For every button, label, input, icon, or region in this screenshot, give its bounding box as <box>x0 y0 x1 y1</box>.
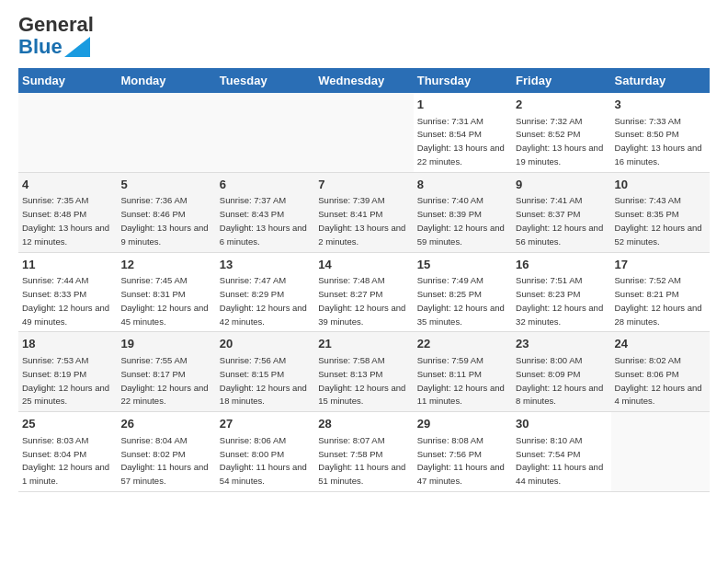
logo-text: General <box>18 15 94 35</box>
day-number: 21 <box>318 336 409 352</box>
calendar-cell: 20Sunrise: 7:56 AMSunset: 8:15 PMDayligh… <box>216 332 314 412</box>
day-number: 19 <box>120 336 211 352</box>
calendar-cell: 4Sunrise: 7:35 AMSunset: 8:48 PMDaylight… <box>18 172 117 252</box>
day-number: 20 <box>220 336 311 352</box>
day-number: 11 <box>22 257 113 273</box>
calendar-cell: 16Sunrise: 7:51 AMSunset: 8:23 PMDayligh… <box>512 252 610 332</box>
calendar-cell: 8Sunrise: 7:40 AMSunset: 8:39 PMDaylight… <box>414 172 512 252</box>
calendar-cell: 7Sunrise: 7:39 AMSunset: 8:41 PMDaylight… <box>314 172 413 252</box>
col-wednesday: Wednesday <box>314 68 413 93</box>
calendar-cell: 27Sunrise: 8:06 AMSunset: 8:00 PMDayligh… <box>216 412 314 492</box>
day-number: 12 <box>120 257 211 273</box>
calendar-cell: 29Sunrise: 8:08 AMSunset: 7:56 PMDayligh… <box>414 412 512 492</box>
day-number: 14 <box>318 257 409 273</box>
cell-sunrise: Sunrise: 7:44 AMSunset: 8:33 PMDaylight:… <box>22 275 109 326</box>
week-row-4: 18Sunrise: 7:53 AMSunset: 8:19 PMDayligh… <box>18 332 710 412</box>
calendar-cell: 17Sunrise: 7:52 AMSunset: 8:21 PMDayligh… <box>611 252 710 332</box>
day-number: 13 <box>220 257 311 273</box>
cell-sunrise: Sunrise: 7:31 AMSunset: 8:54 PMDaylight:… <box>417 116 505 167</box>
day-number: 24 <box>615 336 706 352</box>
col-monday: Monday <box>117 68 215 93</box>
calendar-cell: 18Sunrise: 7:53 AMSunset: 8:19 PMDayligh… <box>18 332 117 412</box>
cell-sunrise: Sunrise: 7:33 AMSunset: 8:50 PMDaylight:… <box>615 116 702 167</box>
day-number: 22 <box>417 336 508 352</box>
cell-sunrise: Sunrise: 7:45 AMSunset: 8:31 PMDaylight:… <box>120 275 208 326</box>
col-saturday: Saturday <box>611 68 710 93</box>
day-number: 27 <box>220 416 311 432</box>
cell-sunrise: Sunrise: 7:55 AMSunset: 8:17 PMDaylight:… <box>120 355 208 406</box>
day-number: 29 <box>417 416 508 432</box>
calendar-cell: 10Sunrise: 7:43 AMSunset: 8:35 PMDayligh… <box>611 172 710 252</box>
calendar-cell: 24Sunrise: 8:02 AMSunset: 8:06 PMDayligh… <box>611 332 710 412</box>
day-number: 4 <box>22 177 113 193</box>
cell-sunrise: Sunrise: 7:32 AMSunset: 8:52 PMDaylight:… <box>516 116 603 167</box>
calendar-cell: 23Sunrise: 8:00 AMSunset: 8:09 PMDayligh… <box>512 332 610 412</box>
calendar-cell: 19Sunrise: 7:55 AMSunset: 8:17 PMDayligh… <box>117 332 215 412</box>
day-number: 10 <box>615 177 706 193</box>
day-number: 9 <box>516 177 607 193</box>
day-number: 16 <box>516 257 607 273</box>
day-number: 28 <box>318 416 409 432</box>
calendar-cell: 11Sunrise: 7:44 AMSunset: 8:33 PMDayligh… <box>18 252 117 332</box>
logo-icon <box>64 37 90 57</box>
calendar-table: Sunday Monday Tuesday Wednesday Thursday… <box>18 68 710 492</box>
cell-sunrise: Sunrise: 7:52 AMSunset: 8:21 PMDaylight:… <box>615 275 702 326</box>
cell-sunrise: Sunrise: 7:37 AMSunset: 8:43 PMDaylight:… <box>220 195 307 246</box>
cell-sunrise: Sunrise: 7:56 AMSunset: 8:15 PMDaylight:… <box>220 355 307 406</box>
header: General Blue <box>18 15 710 59</box>
week-row-5: 25Sunrise: 8:03 AMSunset: 8:04 PMDayligh… <box>18 412 710 492</box>
cell-sunrise: Sunrise: 7:41 AMSunset: 8:37 PMDaylight:… <box>516 195 603 246</box>
cell-sunrise: Sunrise: 7:43 AMSunset: 8:35 PMDaylight:… <box>615 195 702 246</box>
col-sunday: Sunday <box>18 68 117 93</box>
cell-sunrise: Sunrise: 7:47 AMSunset: 8:29 PMDaylight:… <box>220 275 307 326</box>
calendar-cell: 25Sunrise: 8:03 AMSunset: 8:04 PMDayligh… <box>18 412 117 492</box>
cell-sunrise: Sunrise: 8:10 AMSunset: 7:54 PMDaylight:… <box>516 435 603 486</box>
cell-sunrise: Sunrise: 8:06 AMSunset: 8:00 PMDaylight:… <box>220 435 307 486</box>
calendar-cell: 28Sunrise: 8:07 AMSunset: 7:58 PMDayligh… <box>314 412 413 492</box>
cell-sunrise: Sunrise: 7:48 AMSunset: 8:27 PMDaylight:… <box>318 275 405 326</box>
calendar-cell: 14Sunrise: 7:48 AMSunset: 8:27 PMDayligh… <box>314 252 413 332</box>
week-row-2: 4Sunrise: 7:35 AMSunset: 8:48 PMDaylight… <box>18 172 710 252</box>
day-number: 23 <box>516 336 607 352</box>
day-number: 30 <box>516 416 607 432</box>
calendar-cell <box>117 93 215 172</box>
cell-sunrise: Sunrise: 7:35 AMSunset: 8:48 PMDaylight:… <box>22 195 109 246</box>
calendar-cell: 22Sunrise: 7:59 AMSunset: 8:11 PMDayligh… <box>414 332 512 412</box>
cell-sunrise: Sunrise: 8:07 AMSunset: 7:58 PMDaylight:… <box>318 435 405 486</box>
day-number: 5 <box>120 177 211 193</box>
day-number: 1 <box>417 97 508 113</box>
calendar-cell <box>611 412 710 492</box>
cell-sunrise: Sunrise: 7:58 AMSunset: 8:13 PMDaylight:… <box>318 355 405 406</box>
day-number: 6 <box>220 177 311 193</box>
logo: General Blue <box>18 15 94 59</box>
cell-sunrise: Sunrise: 7:36 AMSunset: 8:46 PMDaylight:… <box>120 195 208 246</box>
col-thursday: Thursday <box>414 68 512 93</box>
day-number: 26 <box>120 416 211 432</box>
day-number: 7 <box>318 177 409 193</box>
calendar-cell: 12Sunrise: 7:45 AMSunset: 8:31 PMDayligh… <box>117 252 215 332</box>
cell-sunrise: Sunrise: 7:39 AMSunset: 8:41 PMDaylight:… <box>318 195 405 246</box>
calendar-cell: 3Sunrise: 7:33 AMSunset: 8:50 PMDaylight… <box>611 93 710 172</box>
week-row-1: 1Sunrise: 7:31 AMSunset: 8:54 PMDaylight… <box>18 93 710 172</box>
cell-sunrise: Sunrise: 8:02 AMSunset: 8:06 PMDaylight:… <box>615 355 702 406</box>
cell-sunrise: Sunrise: 7:49 AMSunset: 8:25 PMDaylight:… <box>417 275 505 326</box>
header-row: Sunday Monday Tuesday Wednesday Thursday… <box>18 68 710 93</box>
day-number: 2 <box>516 97 607 113</box>
cell-sunrise: Sunrise: 8:00 AMSunset: 8:09 PMDaylight:… <box>516 355 603 406</box>
calendar-cell: 13Sunrise: 7:47 AMSunset: 8:29 PMDayligh… <box>216 252 314 332</box>
calendar-cell: 9Sunrise: 7:41 AMSunset: 8:37 PMDaylight… <box>512 172 610 252</box>
calendar-cell: 5Sunrise: 7:36 AMSunset: 8:46 PMDaylight… <box>117 172 215 252</box>
cell-sunrise: Sunrise: 7:40 AMSunset: 8:39 PMDaylight:… <box>417 195 505 246</box>
calendar-cell: 15Sunrise: 7:49 AMSunset: 8:25 PMDayligh… <box>414 252 512 332</box>
svg-marker-0 <box>64 37 90 57</box>
day-number: 25 <box>22 416 113 432</box>
cell-sunrise: Sunrise: 8:04 AMSunset: 8:02 PMDaylight:… <box>120 435 208 486</box>
day-number: 17 <box>615 257 706 273</box>
cell-sunrise: Sunrise: 7:51 AMSunset: 8:23 PMDaylight:… <box>516 275 603 326</box>
col-friday: Friday <box>512 68 610 93</box>
calendar-cell: 6Sunrise: 7:37 AMSunset: 8:43 PMDaylight… <box>216 172 314 252</box>
day-number: 18 <box>22 336 113 352</box>
calendar-cell <box>18 93 117 172</box>
calendar-cell <box>314 93 413 172</box>
calendar-cell: 1Sunrise: 7:31 AMSunset: 8:54 PMDaylight… <box>414 93 512 172</box>
